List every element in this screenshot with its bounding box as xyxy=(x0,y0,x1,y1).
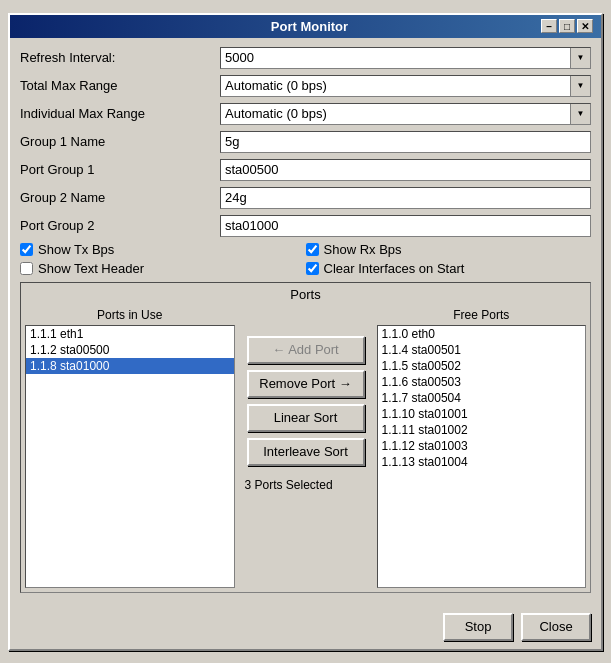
list-item[interactable]: 1.1.5 sta00502 xyxy=(378,358,586,374)
list-item[interactable]: 1.1.7 sta00504 xyxy=(378,390,586,406)
checkbox-row-1: Show Tx Bps Show Rx Bps xyxy=(20,242,591,257)
group1-name-row: Group 1 Name xyxy=(20,130,591,154)
ports-middle-controls: ← Add Port Remove Port → Linear Sort Int… xyxy=(241,308,371,588)
show-rx-bps-group: Show Rx Bps xyxy=(306,242,592,257)
list-item[interactable]: 1.1.8 sta01000 xyxy=(26,358,234,374)
total-max-range-value: Automatic (0 bps) xyxy=(221,76,570,95)
add-port-button[interactable]: ← Add Port xyxy=(247,336,365,364)
list-item[interactable]: 1.1.12 sta01003 xyxy=(378,438,586,454)
total-max-range-label: Total Max Range xyxy=(20,78,220,93)
refresh-interval-select[interactable]: 5000 ▼ xyxy=(220,47,591,69)
port-group1-row: Port Group 1 xyxy=(20,158,591,182)
show-rx-bps-checkbox[interactable] xyxy=(306,243,319,256)
individual-max-range-select[interactable]: Automatic (0 bps) ▼ xyxy=(220,103,591,125)
individual-max-range-label: Individual Max Range xyxy=(20,106,220,121)
linear-sort-button[interactable]: Linear Sort xyxy=(247,404,365,432)
ports-section-title: Ports xyxy=(25,287,586,302)
ports-top-buttons: ← Add Port Remove Port → Linear Sort Int… xyxy=(241,308,371,466)
port-group1-input[interactable] xyxy=(220,159,591,181)
ports-section: Ports Ports in Use 1.1.1 eth11.1.2 sta00… xyxy=(20,282,591,593)
list-item[interactable]: 1.1.0 eth0 xyxy=(378,326,586,342)
show-text-header-group: Show Text Header xyxy=(20,261,306,276)
group2-name-row: Group 2 Name xyxy=(20,186,591,210)
list-item[interactable]: 1.1.11 sta01002 xyxy=(378,422,586,438)
individual-max-range-arrow[interactable]: ▼ xyxy=(570,104,590,124)
clear-interfaces-label: Clear Interfaces on Start xyxy=(324,261,465,276)
group2-name-input[interactable] xyxy=(220,187,591,209)
port-group2-input[interactable] xyxy=(220,215,591,237)
ports-selected-count: 3 Ports Selected xyxy=(241,478,371,492)
list-item[interactable]: 1.1.4 sta00501 xyxy=(378,342,586,358)
minimize-button[interactable]: – xyxy=(541,19,557,33)
show-text-header-checkbox[interactable] xyxy=(20,262,33,275)
ports-in-use-panel: Ports in Use 1.1.1 eth11.1.2 sta005001.1… xyxy=(25,308,235,588)
ports-in-use-listbox[interactable]: 1.1.1 eth11.1.2 sta005001.1.8 sta01000 xyxy=(25,325,235,588)
ports-in-use-label: Ports in Use xyxy=(25,308,235,322)
list-item[interactable]: 1.1.1 eth1 xyxy=(26,326,234,342)
remove-port-button[interactable]: Remove Port → xyxy=(247,370,365,398)
refresh-interval-row: Refresh Interval: 5000 ▼ xyxy=(20,46,591,70)
show-tx-bps-group: Show Tx Bps xyxy=(20,242,306,257)
group2-name-label: Group 2 Name xyxy=(20,190,220,205)
total-max-range-arrow[interactable]: ▼ xyxy=(570,76,590,96)
close-button[interactable]: ✕ xyxy=(577,19,593,33)
bottom-buttons: Stop Close xyxy=(10,605,601,649)
interleave-sort-button[interactable]: Interleave Sort xyxy=(247,438,365,466)
port-monitor-dialog: Port Monitor – □ ✕ Refresh Interval: 500… xyxy=(8,13,603,651)
title-bar-buttons: – □ ✕ xyxy=(541,19,593,33)
ports-body: Ports in Use 1.1.1 eth11.1.2 sta005001.1… xyxy=(25,308,586,588)
refresh-interval-value: 5000 xyxy=(221,48,570,67)
show-tx-bps-label: Show Tx Bps xyxy=(38,242,114,257)
free-ports-label: Free Ports xyxy=(377,308,587,322)
total-max-range-select[interactable]: Automatic (0 bps) ▼ xyxy=(220,75,591,97)
maximize-button[interactable]: □ xyxy=(559,19,575,33)
show-rx-bps-label: Show Rx Bps xyxy=(324,242,402,257)
stop-button[interactable]: Stop xyxy=(443,613,513,641)
group1-name-input[interactable] xyxy=(220,131,591,153)
port-group1-label: Port Group 1 xyxy=(20,162,220,177)
list-item[interactable]: 1.1.13 sta01004 xyxy=(378,454,586,470)
clear-interfaces-group: Clear Interfaces on Start xyxy=(306,261,592,276)
port-group2-row: Port Group 2 xyxy=(20,214,591,238)
clear-interfaces-checkbox[interactable] xyxy=(306,262,319,275)
close-button-bottom[interactable]: Close xyxy=(521,613,591,641)
free-ports-panel: Free Ports 1.1.0 eth01.1.4 sta005011.1.5… xyxy=(377,308,587,588)
individual-max-range-row: Individual Max Range Automatic (0 bps) ▼ xyxy=(20,102,591,126)
show-tx-bps-checkbox[interactable] xyxy=(20,243,33,256)
list-item[interactable]: 1.1.6 sta00503 xyxy=(378,374,586,390)
port-group2-label: Port Group 2 xyxy=(20,218,220,233)
content-area: Refresh Interval: 5000 ▼ Total Max Range… xyxy=(10,38,601,601)
refresh-interval-label: Refresh Interval: xyxy=(20,50,220,65)
individual-max-range-value: Automatic (0 bps) xyxy=(221,104,570,123)
list-item[interactable]: 1.1.2 sta00500 xyxy=(26,342,234,358)
title-bar: Port Monitor – □ ✕ xyxy=(10,15,601,38)
refresh-interval-arrow[interactable]: ▼ xyxy=(570,48,590,68)
group1-name-label: Group 1 Name xyxy=(20,134,220,149)
list-item[interactable]: 1.1.10 sta01001 xyxy=(378,406,586,422)
checkbox-row-2: Show Text Header Clear Interfaces on Sta… xyxy=(20,261,591,276)
total-max-range-row: Total Max Range Automatic (0 bps) ▼ xyxy=(20,74,591,98)
free-ports-listbox[interactable]: 1.1.0 eth01.1.4 sta005011.1.5 sta005021.… xyxy=(377,325,587,588)
dialog-title: Port Monitor xyxy=(78,19,541,34)
show-text-header-label: Show Text Header xyxy=(38,261,144,276)
